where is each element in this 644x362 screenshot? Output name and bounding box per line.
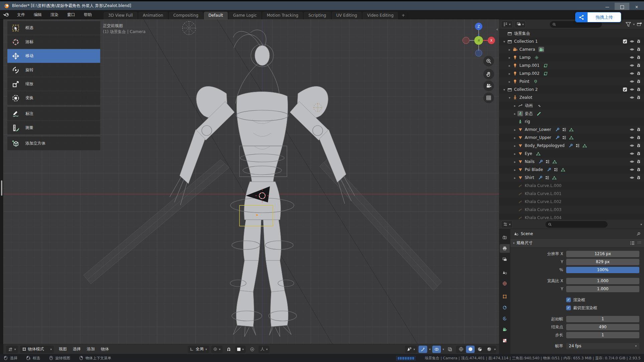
outliner-row[interactable]: rig <box>499 118 644 126</box>
properties-tab-constraints[interactable] <box>500 303 510 312</box>
outliner-row[interactable]: 场景集合 <box>499 29 644 37</box>
caret-closed-icon[interactable]: ▸ <box>512 160 517 164</box>
pivot-selector[interactable]: ▾ <box>211 346 223 353</box>
caret-closed-icon[interactable]: ▸ <box>507 80 512 83</box>
caret-closed-icon[interactable]: ▸ <box>507 64 512 67</box>
tool-annotate[interactable]: 标注 <box>7 107 100 121</box>
outliner-row[interactable]: ▸Lamp.002 <box>499 69 644 77</box>
frame-end-field[interactable]: 490 <box>566 324 639 330</box>
caret-closed-icon[interactable]: ▸ <box>507 72 512 75</box>
render-visibility-toggle[interactable] <box>637 95 641 100</box>
resolution-pct-field[interactable]: 100% <box>566 267 639 273</box>
dimensions-panel-header[interactable]: ▾ 规格尺寸 <box>510 238 644 247</box>
render-visibility-toggle[interactable] <box>637 135 641 140</box>
hide-eye-toggle[interactable] <box>630 47 634 52</box>
proportional-edit-toggle[interactable] <box>248 346 257 353</box>
titlebar[interactable]: Blender* [E:\资料\配角\星际争霸角色 外星人 异形\Zealot.… <box>0 0 644 10</box>
menu-窗口[interactable]: 窗口 <box>63 10 79 19</box>
options-chevron-icon[interactable]: ▾ <box>640 223 642 226</box>
fps-dropdown[interactable]: 24 fps▾ <box>566 343 639 349</box>
3d-viewport[interactable]: 正交前视图 (1) 场景集合 | Camera 框选游标移动旋转缩放变换标注测量… <box>3 19 499 344</box>
viewport-menu-添加[interactable]: 添加 <box>84 346 98 352</box>
sidebar-collapse-arrow[interactable]: ‹ <box>496 27 498 32</box>
caret-open-icon[interactable]: ▾ <box>502 88 507 92</box>
resolution-x-field[interactable]: 1216 px <box>566 251 639 257</box>
render-visibility-toggle[interactable] <box>637 167 641 172</box>
render-visibility-toggle[interactable] <box>637 47 641 52</box>
outliner-row[interactable]: ▸Camera <box>499 45 644 53</box>
tool-box-select[interactable]: 框选 <box>7 21 100 35</box>
tool-add-cube[interactable]: 添加立方体 <box>7 137 100 150</box>
render-region-checkbox[interactable]: ✓渲染框 <box>566 297 585 303</box>
outliner-row[interactable]: ▾Collection 1 <box>499 37 644 45</box>
new-collection-icon[interactable] <box>637 22 642 27</box>
hide-eye-toggle[interactable] <box>630 127 634 132</box>
render-visibility-toggle[interactable] <box>637 151 641 156</box>
render-visibility-toggle[interactable] <box>637 143 641 148</box>
exclude-checkbox[interactable] <box>623 39 627 44</box>
hide-eye-toggle[interactable] <box>630 79 634 84</box>
tool-rotate[interactable]: 旋转 <box>7 63 100 77</box>
render-visibility-toggle[interactable] <box>637 79 641 84</box>
blender-menu-logo-icon[interactable] <box>3 12 9 17</box>
crop-to-region-checkbox[interactable]: ✓裁切至渲染框 <box>566 305 597 311</box>
snap-target-selector[interactable]: ▾ <box>235 346 246 353</box>
zoom-button[interactable] <box>483 56 494 66</box>
viewport-menu-选择[interactable]: 选择 <box>70 346 84 352</box>
caret-open-icon[interactable]: ▾ <box>502 40 507 43</box>
outliner-row[interactable]: ▸Body_Retppologyed <box>499 142 644 150</box>
overlays-toggle[interactable] <box>432 346 441 353</box>
outliner-row[interactable]: Khala Curve.L.004 <box>499 214 644 220</box>
properties-tab-scene[interactable] <box>500 268 510 277</box>
hide-eye-toggle[interactable] <box>630 175 634 180</box>
outliner-row[interactable]: ▸Nails <box>499 158 644 166</box>
properties-tab-viewlayer[interactable] <box>500 255 510 264</box>
caret-closed-icon[interactable]: ▸ <box>512 176 517 180</box>
xray-toggle[interactable] <box>446 346 454 353</box>
render-visibility-toggle[interactable] <box>637 175 641 180</box>
caret-closed-icon[interactable]: ▸ <box>512 152 517 156</box>
caret-open-icon[interactable]: ▾ <box>507 96 512 100</box>
properties-search-input[interactable] <box>553 222 605 227</box>
caret-closed-icon[interactable]: ▸ <box>507 56 512 59</box>
outliner-row[interactable]: ▸Eye <box>499 150 644 158</box>
menu-编辑[interactable]: 编辑 <box>29 10 46 19</box>
orientation-selector[interactable]: 全局 ▾ <box>188 346 209 353</box>
outliner-row[interactable]: ▾Collection 2 <box>499 85 644 94</box>
menu-帮助[interactable]: 帮助 <box>79 10 96 19</box>
gutter-handle[interactable] <box>1 180 2 196</box>
render-visibility-toggle[interactable] <box>637 55 641 60</box>
properties-tab-data[interactable] <box>500 325 510 334</box>
properties-search[interactable] <box>545 221 608 228</box>
render-visibility-toggle[interactable] <box>637 87 641 92</box>
viewport-menu-视图[interactable]: 视图 <box>56 346 70 352</box>
tab-3d-view-full[interactable]: 3D View Full <box>104 12 138 19</box>
pin-icon[interactable] <box>636 232 641 236</box>
hide-eye-toggle[interactable] <box>630 151 634 156</box>
outliner-row[interactable]: Khala Curve.L.002 <box>499 198 644 206</box>
pan-button[interactable] <box>483 69 494 79</box>
tab-motion-tracking[interactable]: Motion Tracking <box>262 12 303 19</box>
outliner-row[interactable]: Khala Curve.L.001 <box>499 190 644 198</box>
shading-material-button[interactable] <box>475 346 484 353</box>
tool-transform[interactable]: 变换 <box>7 91 100 105</box>
tool-measure[interactable]: 测量 <box>7 121 100 135</box>
outliner-editor-type-button[interactable]: ▾ <box>501 21 513 28</box>
outliner-row[interactable]: ▸Armor_Lower <box>499 126 644 134</box>
falloff-selector[interactable]: 人 ▾ <box>259 346 270 353</box>
resolution-y-field[interactable]: 829 px <box>566 259 639 265</box>
outliner-display-mode-button[interactable]: ▾ <box>515 21 526 28</box>
outliner-row[interactable]: Khala Curve.L.003 <box>499 206 644 214</box>
shading-solid-button[interactable] <box>466 346 475 353</box>
filter-icon[interactable] <box>626 22 631 27</box>
tool-cursor[interactable]: 游标 <box>7 35 100 49</box>
hide-eye-toggle[interactable] <box>630 143 634 148</box>
visibility-selector[interactable]: ▾ <box>405 346 417 353</box>
outliner-row[interactable]: ▸姿态 <box>499 110 644 118</box>
aspect-y-field[interactable]: 1.000 <box>566 286 639 292</box>
shading-rendered-button[interactable] <box>485 346 493 353</box>
outliner-row[interactable]: ▸Shirt <box>499 174 644 182</box>
tab-uv-editing[interactable]: UV Editing <box>332 12 362 19</box>
render-visibility-toggle[interactable] <box>637 71 641 76</box>
presets-icon[interactable] <box>630 241 635 245</box>
